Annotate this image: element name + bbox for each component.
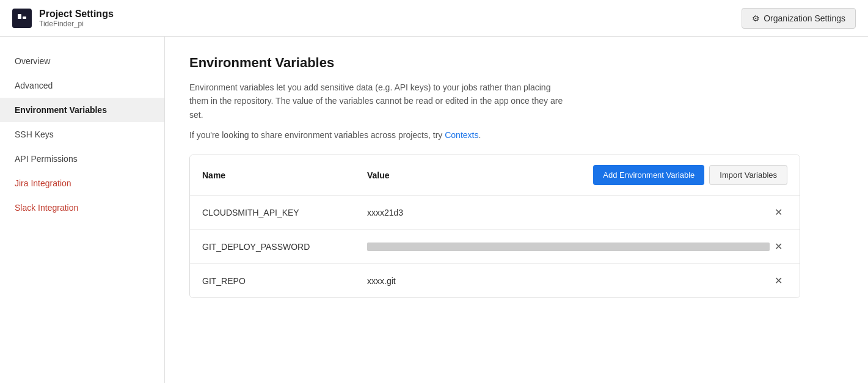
sidebar-item-environment-variables[interactable]: Environment Variables [0, 98, 164, 122]
env-var-name-0: CLOUDSMITH_API_KEY [202, 208, 367, 217]
sidebar: Overview Advanced Environment Variables … [0, 37, 165, 383]
contexts-link-text: Contexts [445, 130, 478, 140]
env-vars-table: Name Value Add Environment Variable Impo… [189, 155, 800, 298]
env-var-name-1: GIT_DEPLOY_PASSWORD [202, 242, 367, 252]
org-settings-label: Organization Settings [764, 13, 845, 23]
env-var-value-0: xxxx21d3 [367, 208, 770, 217]
env-var-value-1-masked [367, 243, 770, 251]
svg-rect-1 [23, 16, 26, 19]
env-var-value-2: xxxx.git [367, 276, 770, 286]
layout: Overview Advanced Environment Variables … [0, 37, 868, 383]
col-name-header: Name [202, 170, 367, 180]
table-row: CLOUDSMITH_API_KEY xxxx21d3 ✕ [190, 195, 800, 230]
table-header: Name Value Add Environment Variable Impo… [190, 155, 800, 195]
svg-rect-0 [18, 14, 21, 19]
app-logo [12, 9, 32, 28]
app-name: Project Settings [39, 9, 114, 20]
sidebar-item-advanced[interactable]: Advanced [0, 73, 164, 98]
header-title: Project Settings TideFinder_pi [39, 9, 114, 28]
table-row: GIT_REPO xxxx.git ✕ [190, 264, 800, 297]
project-name: TideFinder_pi [39, 20, 114, 28]
env-var-name-2: GIT_REPO [202, 276, 367, 286]
description2-prefix: If you're looking to share environment v… [189, 130, 445, 140]
sidebar-item-api-permissions[interactable]: API Permissions [0, 147, 164, 171]
contexts-link[interactable]: Contexts [445, 130, 478, 140]
page-title: Environment Variables [189, 55, 844, 71]
sidebar-item-jira-integration[interactable]: Jira Integration [0, 171, 164, 195]
table-actions: Add Environment Variable Import Variable… [593, 165, 787, 185]
delete-env-var-0[interactable]: ✕ [770, 204, 787, 221]
import-variables-button[interactable]: Import Variables [709, 165, 787, 185]
delete-env-var-2[interactable]: ✕ [770, 272, 787, 289]
header: Project Settings TideFinder_pi ⚙ Organiz… [0, 0, 868, 37]
sidebar-item-ssh-keys[interactable]: SSH Keys [0, 122, 164, 147]
org-settings-button[interactable]: ⚙ Organization Settings [742, 8, 856, 29]
delete-env-var-1[interactable]: ✕ [770, 238, 787, 255]
header-left: Project Settings TideFinder_pi [12, 9, 114, 28]
main-content: Environment Variables Environment variab… [165, 37, 868, 383]
description2-suffix: . [478, 130, 481, 140]
table-row: GIT_DEPLOY_PASSWORD ✕ [190, 230, 800, 264]
sidebar-item-slack-integration[interactable]: Slack Integration [0, 195, 164, 220]
gear-icon: ⚙ [752, 13, 760, 23]
description-text: Environment variables let you add sensit… [189, 81, 568, 122]
sidebar-item-overview[interactable]: Overview [0, 49, 164, 73]
col-value-header: Value [367, 170, 593, 180]
add-env-var-button[interactable]: Add Environment Variable [593, 165, 704, 185]
contexts-text: If you're looking to share environment v… [189, 130, 844, 140]
